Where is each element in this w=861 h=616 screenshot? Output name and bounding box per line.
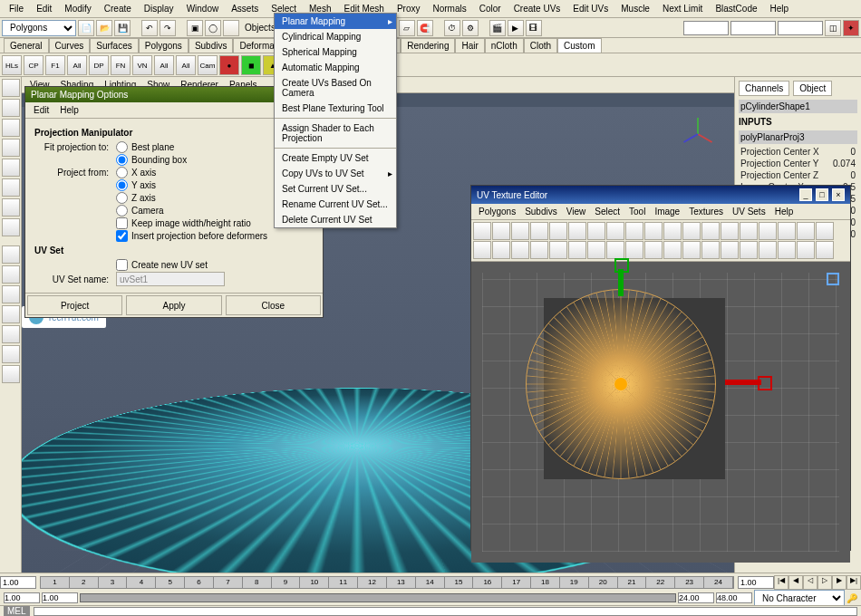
menu-window[interactable]: Window <box>181 2 225 15</box>
uvmenu-select[interactable]: Select <box>591 206 624 217</box>
paint-tool-icon[interactable] <box>2 119 20 137</box>
goto-start-icon[interactable]: |◀ <box>774 575 788 590</box>
cmd-lang-label[interactable]: MEL <box>4 606 30 616</box>
shelf-btn-cube-icon[interactable]: ◼ <box>241 55 261 75</box>
redo-icon[interactable]: ↷ <box>160 20 176 36</box>
shelf-tab-curves[interactable]: Curves <box>49 38 91 53</box>
shelf-btn-hls[interactable]: HLs <box>2 55 22 75</box>
file-open-icon[interactable]: 📂 <box>96 20 112 36</box>
step-forward-icon[interactable]: ▶ <box>832 575 846 590</box>
menu-createuvs[interactable]: Create UVs <box>508 2 566 15</box>
close-button[interactable]: Close <box>226 295 321 315</box>
uv-tool-icon[interactable] <box>682 241 701 259</box>
play-back-icon[interactable]: ◁ <box>803 575 817 590</box>
range-track[interactable] <box>80 593 676 602</box>
move-tool-icon[interactable] <box>2 139 20 157</box>
attr-value[interactable]: 0 <box>850 147 856 157</box>
shelf-btn-cp[interactable]: CP <box>24 55 44 75</box>
range-end-input[interactable] <box>716 592 752 603</box>
shelf-tab-ncloth[interactable]: nCloth <box>485 38 524 53</box>
layout-single-icon[interactable] <box>2 245 20 264</box>
menu-normals[interactable]: Normals <box>428 2 472 15</box>
menu-cylindrical-mapping[interactable]: Cylindrical Mapping <box>275 29 396 44</box>
shelf-tab-cloth[interactable]: Cloth <box>524 38 557 53</box>
fit-bounding-box-radio[interactable] <box>116 154 128 166</box>
dialog-menu-help[interactable]: Help <box>55 104 83 116</box>
proj-y-radio[interactable] <box>116 179 128 191</box>
menu-file[interactable]: File <box>4 2 29 15</box>
uv-viewport[interactable] <box>471 262 850 563</box>
menu-blastcode[interactable]: BlastCode <box>710 2 762 15</box>
menu-muscle[interactable]: Muscle <box>615 2 655 15</box>
uv-tool-icon[interactable] <box>816 241 834 259</box>
layout-graph-icon[interactable] <box>2 345 20 363</box>
apply-button[interactable]: Apply <box>126 295 221 315</box>
snap-plane-icon[interactable]: ▱ <box>399 20 415 36</box>
uvmenu-polygons[interactable]: Polygons <box>475 206 519 217</box>
scale-handle[interactable] <box>827 273 839 285</box>
uv-tool-icon[interactable] <box>682 222 701 240</box>
menu-create-empty-uvset[interactable]: Create Empty UV Set <box>275 150 396 166</box>
uv-tool-icon[interactable] <box>644 222 663 240</box>
shelf-tab-surfaces[interactable]: Surfaces <box>90 38 138 53</box>
uv-tool-icon[interactable] <box>549 241 567 259</box>
uv-tool-icon[interactable] <box>701 222 720 240</box>
select-tool-icon[interactable]: ▣ <box>187 20 203 36</box>
move-y-handle[interactable] <box>618 269 624 296</box>
uv-tool-icon[interactable] <box>568 222 586 240</box>
layout-script-icon[interactable] <box>2 365 20 383</box>
menu-nextlimit[interactable]: Next Limit <box>657 2 708 15</box>
channel-attr-row[interactable]: Projection Center Y0.074 <box>739 158 857 169</box>
ipr-icon[interactable]: ▶ <box>508 20 524 36</box>
uv-tool-icon[interactable] <box>625 222 643 240</box>
minimize-icon[interactable]: _ <box>799 188 812 201</box>
play-forward-icon[interactable]: ▷ <box>817 575 832 590</box>
uvmenu-subdivs[interactable]: Subdivs <box>521 206 561 217</box>
command-input[interactable] <box>34 607 857 616</box>
uv-tool-icon[interactable] <box>778 241 796 259</box>
dialog-menu-edit[interactable]: Edit <box>29 104 53 116</box>
uv-tool-icon[interactable] <box>492 241 510 259</box>
layout-icon[interactable]: ◫ <box>825 20 841 36</box>
soft-tool-icon[interactable] <box>2 218 20 236</box>
autokey-icon[interactable]: 🔑 <box>846 593 857 603</box>
attr-value[interactable]: 0 <box>850 229 856 239</box>
playback-start-input[interactable] <box>42 592 78 603</box>
uv-tool-icon[interactable] <box>759 222 777 240</box>
file-save-icon[interactable]: 💾 <box>114 20 131 36</box>
objects-mask-icon[interactable] <box>223 20 239 36</box>
shelf-tab-rendering[interactable]: Rendering <box>401 38 455 53</box>
uv-tool-icon[interactable] <box>797 241 815 259</box>
uvmenu-image[interactable]: Image <box>651 206 683 217</box>
time-track[interactable]: 123456789101112131415161718192021222324 <box>40 576 734 589</box>
attr-value[interactable]: 0.074 <box>833 159 856 168</box>
rotate-tool-icon[interactable] <box>2 159 20 177</box>
shelf-tab-custom[interactable]: Custom <box>557 38 601 53</box>
shape-node[interactable]: pCylinderShape1 <box>739 100 857 113</box>
playback-end-input[interactable] <box>678 592 714 603</box>
proj-camera-radio[interactable] <box>116 205 128 217</box>
uv-tool-icon[interactable] <box>625 241 643 259</box>
range-start-input[interactable] <box>4 592 40 603</box>
shelf-btn-all[interactable]: All <box>67 55 87 75</box>
uv-tool-icon[interactable] <box>663 241 682 259</box>
lasso-tool-icon[interactable] <box>2 99 20 117</box>
uv-tool-icon[interactable] <box>492 222 510 240</box>
uvmenu-uvsets[interactable]: UV Sets <box>729 206 769 217</box>
render-icon[interactable]: 🎬 <box>489 20 506 36</box>
insert-before-checkbox[interactable] <box>116 230 128 242</box>
channel-attr-row[interactable]: Projection Center X0 <box>739 146 857 158</box>
menu-edituvs[interactable]: Edit UVs <box>567 2 614 15</box>
transform-z-input[interactable] <box>778 21 823 35</box>
menu-assign-shader[interactable]: Assign Shader to Each Projection <box>275 120 396 146</box>
shelf-tab-subdivs[interactable]: Subdivs <box>189 38 234 53</box>
shelf-btn-f1[interactable]: F1 <box>45 55 65 75</box>
uv-tool-icon[interactable] <box>511 222 529 240</box>
menu-color[interactable]: Color <box>474 2 507 15</box>
shelf-btn-fn[interactable]: FN <box>111 55 131 75</box>
keep-ratio-checkbox[interactable] <box>116 217 128 229</box>
shelf-btn-vn[interactable]: VN <box>132 55 152 75</box>
transform-y-input[interactable] <box>730 21 776 35</box>
layout-hyper-icon[interactable] <box>2 325 20 343</box>
uv-tool-icon[interactable] <box>721 222 739 240</box>
